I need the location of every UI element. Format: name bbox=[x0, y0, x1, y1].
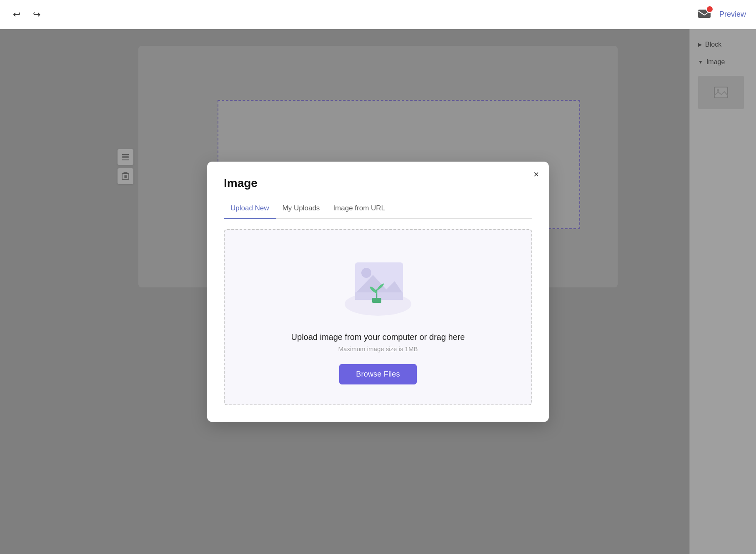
upload-illustration bbox=[336, 250, 420, 321]
modal-close-button[interactable]: × bbox=[533, 170, 539, 179]
svg-point-11 bbox=[361, 268, 371, 278]
mail-button[interactable] bbox=[698, 8, 711, 21]
tab-upload-new[interactable]: Upload New bbox=[224, 200, 276, 218]
toolbar-left: ↩ ↪ bbox=[10, 8, 43, 21]
modal-title: Image bbox=[224, 177, 532, 190]
upload-main-text: Upload image from your computer or drag … bbox=[291, 332, 465, 342]
toolbar: ↩ ↪ Preview bbox=[0, 0, 756, 29]
redo-button[interactable]: ↪ bbox=[30, 8, 43, 21]
undo-button[interactable]: ↩ bbox=[10, 8, 23, 21]
upload-sub-text: Maximum image size is 1MB bbox=[338, 345, 418, 352]
browse-files-button[interactable]: Browse Files bbox=[339, 364, 416, 384]
toolbar-right: Preview bbox=[698, 8, 746, 21]
tab-image-from-url[interactable]: Image from URL bbox=[326, 200, 392, 218]
main-area: ▶ Block ▼ Image × Image Upload New My Up… bbox=[0, 29, 756, 554]
preview-button[interactable]: Preview bbox=[719, 10, 746, 19]
modal-tabs: Upload New My Uploads Image from URL bbox=[224, 200, 532, 219]
upload-dropzone[interactable]: Upload image from your computer or drag … bbox=[224, 229, 532, 405]
svg-rect-13 bbox=[372, 298, 381, 303]
image-modal: × Image Upload New My Uploads Image from… bbox=[207, 162, 549, 422]
modal-overlay: × Image Upload New My Uploads Image from… bbox=[0, 29, 756, 554]
tab-my-uploads[interactable]: My Uploads bbox=[276, 200, 327, 218]
notification-badge bbox=[706, 5, 713, 13]
